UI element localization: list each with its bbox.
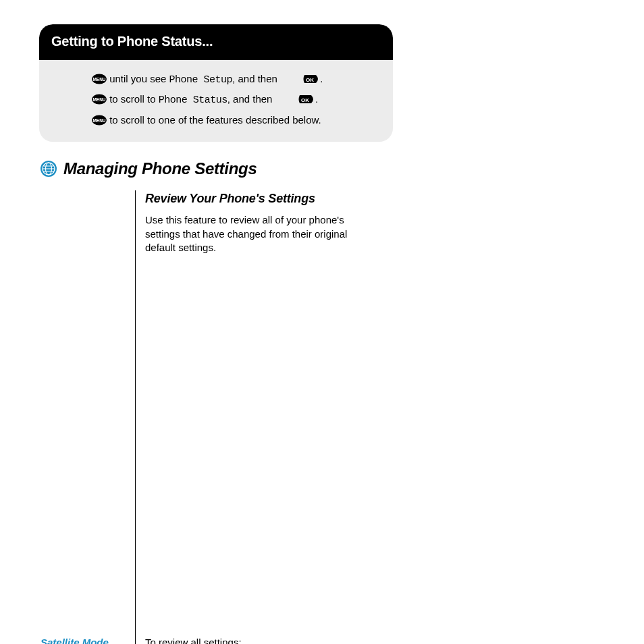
menu-icon: MENU [92, 74, 107, 84]
svg-text:MENU: MENU [92, 77, 105, 82]
step-1: MENU until you see Phone Setup, and then… [92, 72, 373, 87]
ok-icon: OK [298, 94, 315, 105]
menu-icon: MENU [92, 94, 107, 105]
step3-text: to scroll to one of the features describ… [109, 114, 321, 126]
box-title: Getting to Phone Status... [39, 24, 393, 60]
intro-paragraph: Use this feature to review all of your p… [145, 213, 361, 254]
svg-text:MENU: MENU [92, 118, 105, 123]
step2-phone-status: Phone Status [159, 95, 227, 106]
box-body: MENU until you see Phone Setup, and then… [39, 60, 393, 142]
step1-phone-setup: Phone Setup [169, 74, 233, 86]
review-intro: To review all settings: [145, 636, 361, 644]
subsection-heading: Review Your Phone's Settings [145, 190, 374, 207]
svg-text:OK: OK [301, 97, 309, 103]
section-heading-row: Managing Phone Settings [39, 158, 617, 180]
step1-text-c: , and then [232, 73, 277, 84]
satellite-mode-label: Satellite Mode [41, 637, 109, 644]
menu-icon: MENU [92, 115, 107, 126]
step-2: MENU to scroll to Phone Status, and then… [92, 92, 373, 107]
step2-text-c: , and then [227, 93, 273, 105]
ok-icon: OK [302, 74, 320, 84]
getting-to-box: Getting to Phone Status... MENU until yo… [39, 24, 393, 142]
step-3: MENU to scroll to one of the features de… [92, 113, 373, 127]
step1-text-a: until you see [109, 73, 166, 84]
section-heading: Managing Phone Settings [63, 158, 257, 180]
step2-text-a: to scroll to [109, 93, 155, 105]
svg-text:MENU: MENU [92, 97, 105, 102]
svg-text:OK: OK [306, 77, 314, 83]
globe-icon [39, 159, 58, 178]
